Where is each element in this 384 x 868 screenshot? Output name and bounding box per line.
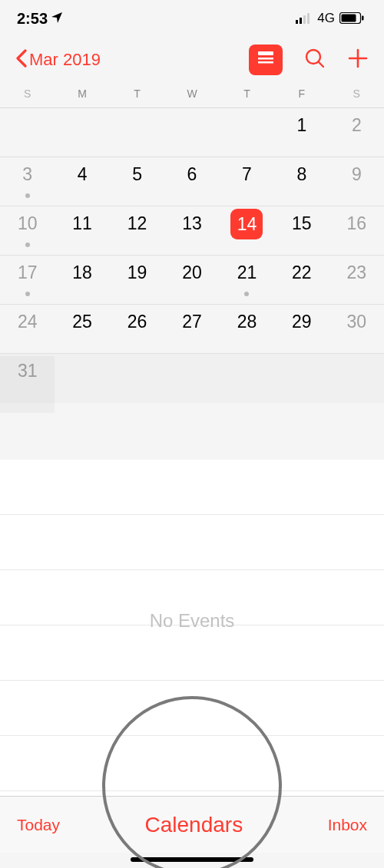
day-number: 7 [242,164,252,185]
day-cell[interactable]: 2 [329,108,384,157]
events-list[interactable]: No Events [0,460,384,843]
day-cell[interactable]: 14 [220,206,274,255]
svg-line-11 [319,62,323,67]
day-cell[interactable]: 25 [55,305,109,353]
status-bar: 2:53 4G [0,0,384,37]
day-cell[interactable]: 12 [110,206,164,255]
day-number: 23 [346,262,366,283]
day-cell[interactable]: 24 [0,305,55,353]
calendars-button[interactable]: Calendars [145,813,243,837]
day-cell[interactable]: 15 [274,206,329,255]
day-cell[interactable]: 4 [55,157,109,206]
day-number: 8 [296,164,306,185]
network-label: 4G [317,11,335,26]
month-grid: 1234567891011121314151617181920212223242… [0,108,384,403]
day-cell[interactable]: 30 [329,305,384,353]
day-cell [329,354,384,403]
day-cell[interactable]: 26 [110,305,164,353]
svg-rect-9 [258,61,273,64]
day-cell[interactable]: 7 [220,157,274,206]
plus-icon [347,48,369,69]
week-row: 17181920212223 [0,256,384,305]
day-number: 18 [72,262,92,283]
day-cell[interactable]: 5 [110,157,164,206]
day-number: 11 [72,213,92,234]
day-cell[interactable]: 1 [274,108,329,157]
trailing-shade [0,356,55,413]
week-row: 24252627282930 [0,305,384,354]
view-toggle-button[interactable] [249,45,283,75]
day-number: 20 [182,262,202,283]
day-cell [110,108,164,157]
svg-rect-2 [303,15,306,24]
day-number: 10 [18,213,38,234]
day-number: 6 [187,164,197,185]
weekday-label: S [0,87,55,100]
day-cell[interactable]: 3 [0,157,55,206]
search-button[interactable] [304,48,326,72]
home-indicator[interactable] [131,857,253,862]
day-cell[interactable]: 29 [274,305,329,353]
inbox-button[interactable]: Inbox [328,816,367,834]
day-cell[interactable]: 21 [220,256,274,304]
event-row [0,625,384,681]
weekday-label: W [164,87,219,100]
event-dot-icon [25,292,30,296]
weekday-label: M [55,87,109,100]
day-cell[interactable]: 28 [220,305,274,353]
day-number: 29 [292,312,312,332]
day-cell [55,354,109,403]
day-cell[interactable]: 9 [329,157,384,206]
add-button[interactable] [347,48,369,72]
day-number: 30 [346,312,366,332]
event-row [0,515,384,570]
event-dot-icon [25,243,30,247]
svg-rect-5 [342,14,356,21]
event-row [0,736,384,791]
chevron-left-icon [15,49,28,71]
weekday-label: S [329,87,384,100]
status-time: 2:53 [17,10,48,28]
svg-rect-3 [307,13,310,24]
day-number: 13 [182,213,202,234]
day-cell[interactable]: 17 [0,256,55,304]
event-dot-icon [25,193,30,198]
day-cell [220,108,274,157]
svg-rect-0 [296,20,298,24]
day-cell[interactable]: 23 [329,256,384,304]
day-number: 25 [72,312,92,332]
day-cell[interactable]: 22 [274,256,329,304]
svg-rect-1 [300,18,302,24]
day-cell[interactable]: 19 [110,256,164,304]
day-cell[interactable]: 27 [164,305,219,353]
weekday-header: S M T W T F S [0,83,384,108]
day-number: 14 [230,209,263,239]
day-number: 15 [292,213,312,234]
today-button[interactable]: Today [17,816,60,834]
day-cell[interactable]: 18 [55,256,109,304]
day-number: 21 [237,262,257,283]
day-number: 9 [352,164,362,185]
day-cell[interactable]: 16 [329,206,384,255]
list-view-icon [257,51,275,69]
battery-icon [339,10,364,28]
day-cell [164,108,219,157]
day-number: 27 [182,312,202,332]
day-cell[interactable]: 11 [55,206,109,255]
day-number: 3 [22,164,32,185]
week-row: 12 [0,108,384,157]
day-number: 12 [127,213,147,234]
day-cell[interactable]: 8 [274,157,329,206]
week-row: 10111213141516 [0,206,384,256]
event-dot-icon [244,292,249,296]
day-number: 1 [296,115,306,136]
back-button[interactable]: Mar 2019 [15,49,101,71]
day-cell[interactable]: 6 [164,157,219,206]
weekday-label: T [110,87,164,100]
back-label: Mar 2019 [29,50,101,70]
day-cell [0,108,55,157]
day-cell[interactable]: 13 [164,206,219,255]
search-icon [304,48,326,69]
day-cell[interactable]: 20 [164,256,219,304]
day-cell[interactable]: 10 [0,206,55,255]
